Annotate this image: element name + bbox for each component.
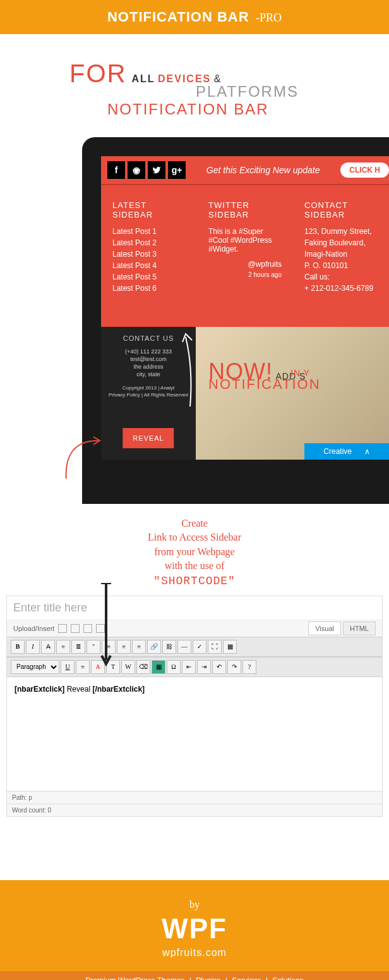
arrow-down-icon: [100, 583, 112, 671]
list-item[interactable]: Latest Post 5: [112, 273, 186, 281]
toolbar-row-1: B I A̶ ≡ ≣ " ≡ ≡ ≡ 🔗 ⛓ — ✓ ⛶ ▦: [7, 637, 382, 657]
align-center-button[interactable]: ≡: [117, 640, 131, 654]
contact-line: P. O. 010101: [304, 261, 378, 270]
tweet-text: This is a #Super #Cool #WordPress #Widge…: [208, 227, 282, 254]
undo-button[interactable]: ↶: [212, 660, 226, 674]
headline-all: ALL: [131, 73, 155, 84]
click-here-button[interactable]: CLICK H: [340, 162, 389, 178]
notification-bar: f ◉ g+ Get this Exciting New update CLIC…: [101, 156, 389, 185]
footer: by WPF wpfruits.com Premium WordPress Th…: [0, 880, 389, 980]
creative-tab[interactable]: Creative ∧: [304, 443, 389, 460]
notification-text: Get this Exciting New update: [186, 165, 340, 175]
contact-us-title: CONTACT US: [107, 334, 189, 342]
list-item[interactable]: Latest Post 2: [112, 238, 186, 247]
headline-platforms: PLATFORMS: [196, 83, 364, 101]
justify-button[interactable]: ≡: [76, 660, 90, 674]
top-banner: NOTIFICATION BAR -PRO: [0, 0, 389, 34]
html-tab[interactable]: HTML: [343, 622, 376, 635]
toolbar-row-2: Paragraph U ≡ A T W ⌫ ▦ Ω ⇤ ⇥ ↶ ↷ ?: [7, 657, 382, 677]
sidebar-panel: LATEST SIDEBAR Latest Post 1 Latest Post…: [101, 185, 389, 327]
banner-title: NOTIFICATION BAR: [107, 9, 249, 25]
tweet-time: 2 hours ago: [208, 271, 282, 278]
separator: |: [189, 976, 191, 980]
chevron-up-icon: ∧: [364, 447, 370, 456]
editor-content[interactable]: [nbarExtclick] Reveal [/nbarExtclick]: [7, 677, 382, 791]
strike-button[interactable]: A̶: [41, 640, 55, 654]
list-item[interactable]: Latest Post 4: [112, 261, 186, 270]
help-button[interactable]: ?: [242, 660, 256, 674]
footer-links-row: Premium WordPress Themes | Plugins | Ser…: [0, 971, 389, 980]
list-item[interactable]: Latest Post 6: [112, 284, 186, 293]
annotation-line: Link to Access Sidebar: [51, 530, 338, 544]
title-input[interactable]: Enter title here: [7, 596, 382, 620]
link-button[interactable]: 🔗: [147, 640, 161, 654]
contact-panel: CONTACT US (+40) 111 222 333 test@test.c…: [101, 327, 196, 460]
fullscreen-button[interactable]: ⛶: [208, 640, 222, 654]
insert-media-button[interactable]: ▦: [152, 660, 165, 674]
hero-nb: NOTIFICATION: [208, 376, 389, 393]
footer-url[interactable]: wpfruits.com: [0, 947, 389, 959]
footer-links: Privacy Policy | All Rights Reserved: [107, 392, 189, 398]
italic-button[interactable]: I: [26, 640, 40, 654]
footer-logo: WPF: [0, 913, 389, 945]
media-image-icon[interactable]: [58, 624, 67, 633]
shortcode-label: "SHORTCODE": [51, 573, 338, 589]
clear-format-button[interactable]: ⌫: [136, 660, 150, 674]
ol-button[interactable]: ≣: [71, 640, 85, 654]
copyright: Copyright 2013 | Analyt: [107, 385, 189, 391]
contact-phone: (+40) 111 222 333: [107, 348, 189, 355]
headline-for: FOR: [69, 59, 126, 88]
shortcode-mid: Reveal: [64, 685, 92, 694]
underline-button[interactable]: U: [61, 660, 75, 674]
ul-button[interactable]: ≡: [56, 640, 70, 654]
twitter-icon[interactable]: [148, 161, 165, 179]
align-right-button[interactable]: ≡: [132, 640, 146, 654]
footer-link[interactable]: Services: [232, 976, 261, 980]
indent-button[interactable]: ⇥: [197, 660, 211, 674]
more-button[interactable]: —: [177, 640, 191, 654]
unlink-button[interactable]: ⛓: [162, 640, 176, 654]
annotation-line: Create: [51, 517, 338, 530]
annotation-line: from your Webpage: [51, 545, 338, 559]
contact-line: Call us:: [304, 273, 378, 281]
red-arrow-icon: [63, 434, 101, 479]
footer-link[interactable]: Plugins: [196, 976, 220, 980]
reveal-button[interactable]: REVEAL: [123, 428, 174, 448]
editor-path: Path: p: [7, 791, 382, 804]
bold-button[interactable]: B: [11, 640, 25, 654]
spell-button[interactable]: ✓: [193, 640, 206, 654]
twitter-handle[interactable]: @wpfruits: [208, 260, 282, 269]
wp-editor: Enter title here Upload/Insert Visual HT…: [6, 596, 383, 817]
visual-tab[interactable]: Visual: [308, 622, 341, 635]
annotation-text: Create Link to Access Sidebar from your …: [51, 517, 338, 589]
list-item[interactable]: Latest Post 1: [112, 227, 186, 236]
redo-button[interactable]: ↷: [227, 660, 241, 674]
contact-addr: the address: [107, 364, 189, 370]
media-audio-icon[interactable]: [83, 624, 92, 633]
char-button[interactable]: Ω: [167, 660, 181, 674]
paste-word-button[interactable]: W: [121, 660, 135, 674]
latest-sidebar-title: LATEST SIDEBAR: [112, 200, 186, 219]
quote-button[interactable]: ": [87, 640, 100, 654]
word-count: Word count: 0: [7, 804, 382, 816]
contact-line: Imagi-Nation: [304, 250, 378, 259]
paragraph-select[interactable]: Paragraph: [11, 660, 59, 674]
gplus-icon[interactable]: g+: [168, 161, 186, 179]
outdent-button[interactable]: ⇤: [182, 660, 196, 674]
contact-sidebar-title: CONTACT SIDEBAR: [304, 200, 378, 219]
footer-link[interactable]: Solutions: [272, 976, 303, 980]
separator: |: [266, 976, 268, 980]
contact-email: test@test.com: [107, 356, 189, 362]
list-item[interactable]: Latest Post 3: [112, 250, 186, 259]
twitter-sidebar-title: TWITTER SIDEBAR: [208, 200, 282, 219]
media-video-icon[interactable]: [71, 624, 80, 633]
footer-link[interactable]: Premium WordPress Themes: [85, 976, 184, 980]
contact-line: Faking Boulevard,: [304, 238, 378, 247]
creative-label: Creative: [323, 447, 352, 456]
instagram-icon[interactable]: ◉: [128, 161, 145, 179]
headline-sub: NOTIFICATION BAR: [107, 101, 364, 118]
facebook-icon[interactable]: f: [107, 161, 125, 179]
kitchen-sink-button[interactable]: ▦: [223, 640, 237, 654]
banner-pro: -PRO: [256, 11, 282, 24]
monitor-mockup: f ◉ g+ Get this Exciting New update CLIC…: [82, 137, 389, 504]
